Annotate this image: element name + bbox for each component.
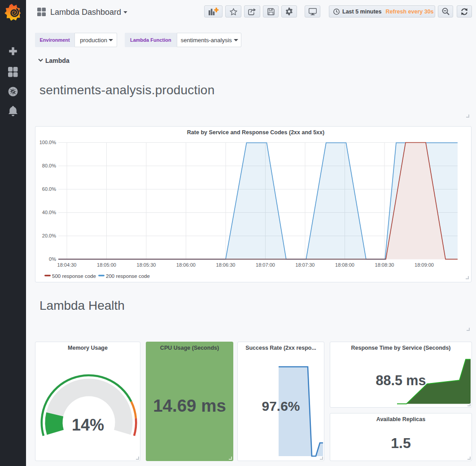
svg-text:18:09:00: 18:09:00: [415, 262, 434, 268]
svg-text:14%: 14%: [72, 416, 104, 434]
svg-text:18:06:00: 18:06:00: [176, 262, 196, 268]
svg-text:18:05:00: 18:05:00: [97, 262, 116, 268]
svg-text:18:08:00: 18:08:00: [335, 262, 354, 268]
svg-text:60.0%: 60.0%: [42, 186, 56, 192]
svg-text:500 response code: 500 response code: [52, 273, 96, 279]
svg-text:18:08:30: 18:08:30: [375, 262, 394, 268]
svg-text:18:06:30: 18:06:30: [216, 262, 236, 268]
svg-text:18:07:00: 18:07:00: [256, 262, 275, 268]
svg-text:18:04:30: 18:04:30: [57, 262, 77, 268]
svg-text:80.0%: 80.0%: [42, 163, 56, 168]
svg-text:18:05:30: 18:05:30: [137, 262, 156, 268]
svg-text:20.0%: 20.0%: [42, 233, 56, 238]
svg-text:0%: 0%: [49, 256, 56, 262]
svg-text:200 response code: 200 response code: [106, 273, 150, 279]
svg-text:18:07:30: 18:07:30: [296, 262, 315, 268]
svg-text:40.0%: 40.0%: [42, 210, 56, 215]
svg-text:100.0%: 100.0%: [39, 140, 57, 145]
